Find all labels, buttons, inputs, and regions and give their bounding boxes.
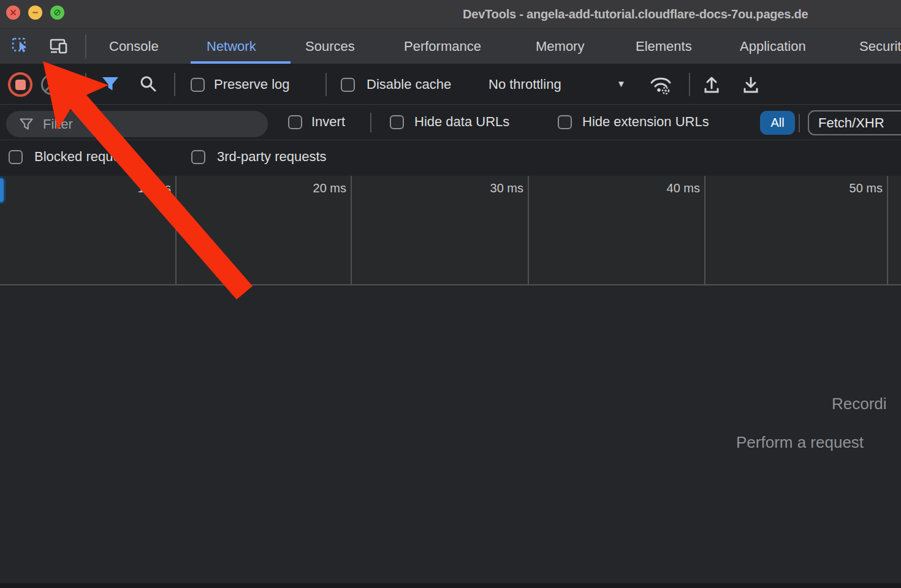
- filterbar-separator: [370, 113, 371, 132]
- window-bottom-edge: [0, 583, 901, 588]
- upload-icon: [701, 74, 722, 95]
- tab-console[interactable]: Console: [109, 29, 159, 64]
- window-titlebar: DevTools - angela-add-tutorial.cloudflar…: [0, 0, 901, 29]
- wifi-gear-icon: [647, 73, 674, 96]
- empty-state-line2: Perform a request: [736, 433, 864, 452]
- timeline-gridline: [528, 176, 529, 285]
- tab-performance[interactable]: Performance: [404, 29, 481, 64]
- download-icon: [740, 74, 761, 95]
- inspect-element-button[interactable]: [12, 37, 30, 56]
- third-party-requests-checkbox[interactable]: [191, 150, 205, 164]
- clear-network-log-button[interactable]: [41, 74, 62, 95]
- timeline-gridline: [351, 176, 352, 285]
- export-har-button[interactable]: [740, 74, 761, 95]
- import-har-button[interactable]: [701, 74, 722, 95]
- search-icon: [139, 75, 158, 93]
- timeline-tick-label: 10 ms: [102, 181, 171, 195]
- toolbar-separator: [325, 73, 327, 96]
- minimize-window-button[interactable]: [28, 6, 42, 20]
- close-icon: [10, 9, 17, 16]
- hide-data-urls-label: Hide data URLs: [414, 114, 509, 130]
- invert-checkbox[interactable]: [288, 115, 302, 129]
- toggle-device-toolbar-button[interactable]: [49, 37, 70, 56]
- caret-down-icon[interactable]: ▼: [617, 78, 626, 89]
- tab-security[interactable]: Security: [859, 29, 901, 64]
- throttling-select[interactable]: No throttling: [489, 77, 561, 92]
- chip-separator: [799, 114, 800, 132]
- close-window-button[interactable]: [6, 6, 20, 20]
- timeline-tick-label: 20 ms: [278, 181, 346, 195]
- timeline-tick-label: 50 ms: [814, 181, 883, 195]
- search-button[interactable]: [139, 75, 158, 93]
- inspect-cursor-icon: [12, 37, 30, 56]
- record-network-log-button[interactable]: [8, 72, 32, 97]
- request-type-all-chip[interactable]: All: [760, 111, 795, 135]
- screen-share-window-button[interactable]: [50, 6, 64, 20]
- network-conditions-button[interactable]: [647, 73, 674, 96]
- hide-data-urls-checkbox[interactable]: [390, 115, 404, 129]
- record-stop-icon: [15, 80, 26, 90]
- tabbar-separator: [85, 35, 86, 59]
- timeline-selection-grip[interactable]: [0, 176, 6, 204]
- tab-elements[interactable]: Elements: [636, 29, 692, 64]
- funnel-icon: [102, 77, 119, 91]
- timeline-gridline: [704, 176, 705, 285]
- disable-cache-label: Disable cache: [367, 77, 451, 92]
- tab-memory[interactable]: Memory: [536, 29, 584, 64]
- timeline-gridline: [175, 176, 177, 285]
- toolbar-separator: [174, 73, 175, 96]
- third-party-requests-label: 3rd-party requests: [217, 149, 327, 165]
- disable-cache-checkbox[interactable]: [341, 78, 355, 92]
- tab-network[interactable]: Network: [207, 29, 256, 64]
- timeline-tick-label: 40 ms: [631, 181, 700, 195]
- hide-extension-urls-label: Hide extension URLs: [582, 114, 709, 130]
- filter-toggle-button[interactable]: [102, 77, 119, 91]
- filter-input-pill[interactable]: [6, 111, 268, 137]
- screen-share-icon: [53, 9, 61, 17]
- blocked-requests-checkbox[interactable]: [9, 150, 23, 164]
- request-type-fetch-xhr-chip[interactable]: Fetch/XHR: [808, 110, 901, 135]
- blocked-requests-label: Blocked requests: [34, 149, 138, 165]
- filter-input[interactable]: [42, 116, 246, 133]
- preserve-log-checkbox[interactable]: [191, 78, 205, 92]
- tab-sources[interactable]: Sources: [305, 29, 355, 64]
- timeline-gridline: [887, 176, 888, 285]
- window-title: DevTools - angela-add-tutorial.cloudflar…: [463, 0, 808, 29]
- toolbar-separator: [85, 73, 86, 96]
- tab-application[interactable]: Application: [740, 29, 806, 64]
- device-toolbar-icon: [49, 37, 70, 56]
- toolbar-separator: [689, 73, 690, 96]
- hide-extension-urls-checkbox[interactable]: [558, 115, 572, 129]
- empty-state-line1: Recordi: [832, 394, 887, 413]
- timeline-tick-label: 30 ms: [455, 181, 523, 195]
- funnel-outline-icon: [20, 118, 33, 130]
- minimize-icon: [32, 9, 39, 16]
- preserve-log-label: Preserve log: [214, 77, 290, 92]
- invert-label: Invert: [311, 114, 345, 130]
